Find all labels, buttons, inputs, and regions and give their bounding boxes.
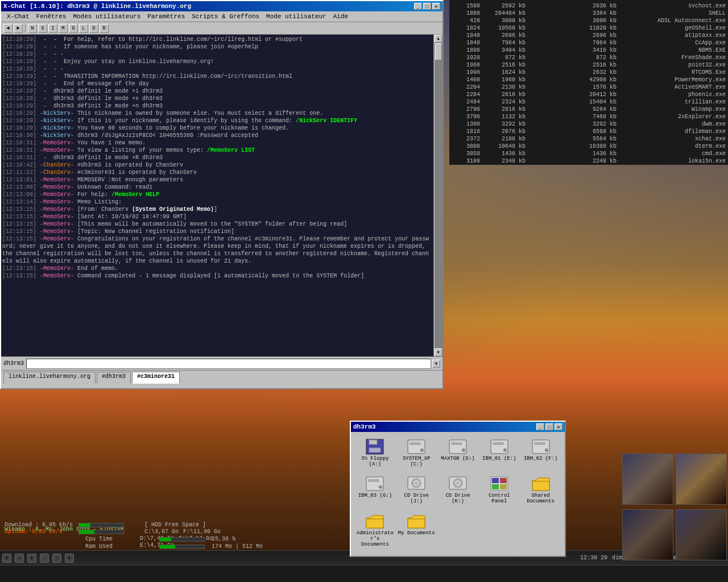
process-row: 13003292 kb3292 kbdwm.exe (452, 120, 726, 128)
upload-label: Upload: 0,03 kb/s (5, 529, 78, 535)
mycomputer-window: dh3rm3 _ □ × 3½ Floppy (A:) SYSTEM_XP (C… (350, 421, 566, 557)
menu-parametres[interactable]: Paramètres (144, 13, 188, 20)
menu-mode-user[interactable]: Mode utilisateur (263, 13, 330, 20)
chat-tab--dh3rm3[interactable]: #dh3rm3 (97, 372, 131, 384)
chat-message: [12:13:15] -MemoServ- [From: ChanServ (S… (2, 206, 432, 213)
thumbnail-3 (622, 509, 673, 560)
toolbar-i-button[interactable]: I (48, 24, 57, 33)
drive-icon-3--floppy--a--[interactable]: 3½ Floppy (A:) (355, 436, 395, 471)
xchat-close-button[interactable]: × (432, 3, 440, 10)
cpu-progress-bar (160, 538, 171, 541)
chat-area[interactable]: [12:10:29] - - For help, refer to http:/… (1, 35, 433, 356)
cpu-progress-container (159, 537, 205, 542)
mycomputer-close-button[interactable]: × (555, 423, 562, 430)
toolbar-n-button[interactable]: N (28, 24, 37, 33)
menu-fenetres[interactable]: Fenêtres (33, 13, 70, 20)
ram-progress-container (159, 544, 205, 549)
chat-input[interactable] (26, 359, 431, 369)
toolbar-back-button[interactable]: ◄ (3, 24, 13, 33)
menu-aide[interactable]: Aide (330, 13, 351, 20)
cpu-pct: 25,38 % (212, 536, 235, 542)
process-row: 19961624 kb2632 kbRTCOMS.Exe (452, 69, 726, 76)
process-row: 380810640 kb16380 kbdterm.exe (452, 143, 726, 150)
process-row: 4283800 kb3800 kbADSL Autoconnect.exe (452, 17, 726, 24)
taskbar-icon-1[interactable]: ⚙ (2, 554, 11, 563)
scroll-down-button[interactable]: ▼ (435, 348, 442, 356)
xchat-titlebar: X-Chat [1.8.10]: dh3rm3 @ linkline.liveh… (1, 1, 442, 11)
taskbar-icon-3[interactable]: ♦ (27, 554, 36, 563)
svg-point-14 (545, 448, 548, 452)
scroll-track[interactable] (435, 43, 442, 348)
mycomputer-minimize-button[interactable]: _ (536, 423, 544, 430)
chat-message: [12:10:31] -MemoServ- You have 1 new mem… (2, 139, 432, 147)
process-row: 38581436 kb1436 kbcmd.exe (452, 150, 726, 157)
chat-message: [12:13:15] -MemoServ- Congratulations on… (2, 235, 432, 265)
toolbar-g-button[interactable]: G (69, 24, 78, 33)
process-row: 37961132 kb7468 kb2xExplorer.exe (452, 113, 726, 120)
drive-icon-administrator-s-docu[interactable]: Administrator's Documents (355, 511, 395, 551)
drive-icon-ibm-01--e--[interactable]: IBM_01 (E:) (479, 436, 519, 471)
hdd-free-label: [ HDD Free Space ] (144, 522, 206, 528)
toolbar-d-button[interactable]: D (89, 24, 98, 33)
svg-rect-29 (532, 481, 549, 490)
taskbar-icon-6[interactable]: ◈ (65, 554, 74, 563)
xchat-maximize-button[interactable]: □ (423, 3, 431, 10)
drive-icon-shared-documents[interactable]: Shared Documents (521, 473, 560, 508)
download-label: Download : 0,05 kb/s (5, 522, 78, 528)
terminal-panel: 15802592 kb2636 kbsvchost.exe1888204464 … (449, 0, 728, 165)
drive-icon-cd-drive--j--[interactable]: CD Drive (J:) (397, 473, 436, 508)
xchat-minimize-button[interactable]: _ (414, 3, 422, 10)
chat-input-area: dh3rm3 ▼ (1, 356, 442, 370)
chat-scrollbar[interactable]: ▲ ▼ (433, 35, 442, 356)
chat-message: [12:10:29] -NickServ- You have 60 second… (2, 124, 432, 132)
cpu-ram-area: Cpu Time 25,38 % Ram Used 174 Mo | 512 M… (85, 536, 263, 550)
toolbar-l-button[interactable]: L (79, 24, 88, 33)
svg-point-20 (415, 482, 417, 484)
xchat-toolbar: ◄ ► N S I M G L D R (1, 22, 442, 35)
drive-icon-control-panel[interactable]: Control Panel (479, 473, 519, 508)
toolbar-r-button[interactable]: R (100, 24, 109, 33)
menu-modes[interactable]: Modes utilisateurs (69, 13, 144, 20)
chat-message: [12:13:14] -MemoServ- Memo Listing: (2, 198, 432, 206)
svg-rect-10 (493, 442, 504, 445)
drive-label: MAXTOR (D:) (441, 456, 474, 462)
clock-display: 12:30 29 (580, 555, 607, 561)
drive-icon-ibm-02--f--[interactable]: IBM_02 (F:) (521, 436, 560, 471)
scroll-up-button[interactable]: ▲ (435, 35, 442, 43)
toolbar-s-button[interactable]: S (38, 24, 47, 33)
ram-bar (79, 530, 94, 534)
drive-label: IBM_02 (F:) (524, 456, 557, 462)
svg-point-5 (420, 448, 424, 452)
drive-icon-cd-drive--k--[interactable]: CD Drive (K:) (439, 473, 478, 508)
input-scroll-button[interactable]: ▼ (432, 360, 440, 368)
chat-tab--c3minore31[interactable]: #c3minore31 (132, 372, 180, 384)
chat-tab-linkline-liveharmony-org[interactable]: linkline.liveharmony.org (3, 372, 96, 384)
process-row: 18162076 kb6588 kbdfileman.exe (452, 128, 726, 135)
drive-label: Shared Documents (522, 493, 559, 505)
drive-icon-system-xp--c--[interactable]: SYSTEM_XP (C:) (397, 436, 436, 471)
chat-message: [12:10:29] - dh3rm3 définit le mode +i d… (2, 88, 432, 95)
drive-label: CD Drive (J:) (398, 493, 435, 505)
taskbar-icon-5[interactable]: ⌂ (52, 554, 61, 563)
xchat-window: X-Chat [1.8.10]: dh3rm3 @ linkline.liveh… (0, 0, 444, 389)
mycomputer-maximize-button[interactable]: □ (545, 423, 553, 430)
menu-scripts[interactable]: Scripts & Greffons (188, 13, 263, 20)
taskbar-icon-2[interactable]: ★ (15, 554, 24, 563)
download-row: Download : 0,05 kb/s [ HDD Free Space ] (5, 522, 251, 528)
scroll-thumb[interactable] (435, 43, 442, 60)
ram-label: Ram Used (85, 543, 159, 550)
svg-rect-7 (451, 442, 462, 445)
menu-xchat[interactable]: X-Chat (3, 13, 33, 20)
chat-message: [12:13:09] -MemoServ- For help: /MemoSer… (2, 191, 432, 198)
drive-icon-my-documents[interactable]: My Documents (397, 511, 436, 551)
drive-icon-maxtor--d--[interactable]: MAXTOR (D:) (439, 436, 478, 471)
toolbar-forward-button[interactable]: ► (14, 24, 23, 33)
taskbar-icon-4[interactable]: ⬛ (40, 554, 49, 563)
chat-message: [12:13:01] -MemoServ- MEMOSERV :Not enou… (2, 176, 432, 184)
process-row: 31882348 kb2248 kblokai5n.exe (452, 157, 726, 165)
chat-message: [12:10:29] - - If someone has stole your… (2, 43, 432, 51)
svg-rect-31 (408, 519, 425, 528)
xchat-title: X-Chat [1.8.10]: dh3rm3 @ linkline.liveh… (3, 3, 191, 10)
drive-icon-ibm-03--g--[interactable]: IBM_03 (G:) (355, 473, 395, 508)
toolbar-m-button[interactable]: M (59, 24, 68, 33)
